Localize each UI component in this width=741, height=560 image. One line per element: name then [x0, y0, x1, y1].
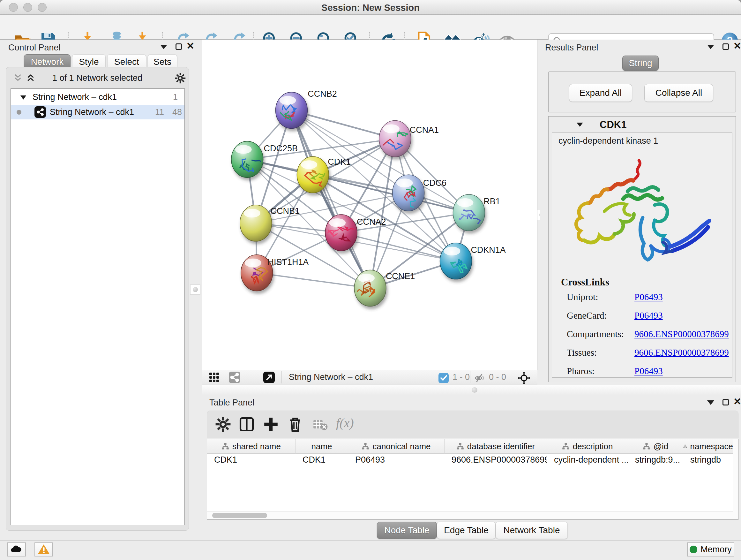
- table-panel-menu-button[interactable]: [707, 400, 714, 406]
- control-panel-close-button[interactable]: ✕: [186, 43, 194, 50]
- network-node-CDKN1A[interactable]: CDKN1A: [440, 243, 506, 279]
- network-row-selected[interactable]: String Network – cdk1 11 48: [11, 105, 185, 119]
- column-type-icon: [361, 442, 369, 450]
- close-icon: ✕: [733, 41, 741, 51]
- table-toolbar: f(x): [207, 411, 738, 438]
- crosslink-link[interactable]: 9606.ENSP00000378699: [634, 348, 729, 358]
- column-header[interactable]: name: [295, 439, 348, 454]
- network-node-CCNA1[interactable]: CCNA1: [374, 121, 439, 157]
- node-label-CCNB2: CCNB2: [308, 89, 337, 99]
- node-label-CDC25B: CDC25B: [264, 144, 298, 153]
- selected-checkbox-icon[interactable]: [439, 373, 449, 383]
- gene-section-header[interactable]: CDK1: [549, 117, 736, 132]
- column-header[interactable]: shared name: [207, 439, 295, 454]
- tab-network-table[interactable]: Network Table: [495, 522, 568, 539]
- network-view-button[interactable]: [228, 371, 241, 384]
- crosslink-link[interactable]: P06493: [634, 292, 663, 302]
- delete-table-icon: [312, 416, 328, 433]
- cloud-status-button[interactable]: [7, 543, 26, 557]
- column-type-icon: [683, 442, 687, 450]
- column-header[interactable]: description: [547, 439, 628, 454]
- crosslink-link[interactable]: 9606.ENSP00000378699: [634, 329, 729, 339]
- network-node-RB1[interactable]: RB1: [453, 194, 500, 231]
- trash-icon: [287, 416, 304, 433]
- left-splitter-handle[interactable]: [190, 285, 200, 295]
- crosslink-link[interactable]: P06493: [634, 310, 663, 321]
- float-window-icon: [723, 399, 729, 406]
- crosslink-link[interactable]: P06493: [634, 366, 663, 376]
- title-bar: Session: New Session: [0, 0, 741, 15]
- network-selection-status: 1 of 1 Network selected: [6, 73, 189, 83]
- column-header[interactable]: database identifier: [445, 439, 547, 454]
- warnings-button[interactable]: [35, 543, 53, 557]
- tab-node-table[interactable]: Node Table: [377, 522, 437, 539]
- table-cell[interactable]: P06493: [348, 455, 445, 469]
- memory-status-dot-icon: [690, 546, 697, 553]
- cloud-icon: [10, 545, 23, 554]
- horizontal-splitter[interactable]: [202, 385, 741, 395]
- table-header-row: shared name name canonical name database…: [207, 439, 733, 454]
- results-panel-float-button[interactable]: [723, 44, 729, 51]
- network-node-CCNB2[interactable]: CCNB2: [276, 89, 337, 129]
- control-panel-float-button[interactable]: [176, 44, 182, 51]
- table-panel-float-button[interactable]: [723, 399, 729, 407]
- collapse-arrow-icon: [576, 122, 584, 127]
- crosslink-row: Compartments: 9606.ENSP00000378699: [567, 329, 726, 345]
- table-horizontal-scrollbar[interactable]: [207, 511, 733, 519]
- node-label-CDC6: CDC6: [423, 178, 447, 188]
- horizontal-splitter-handle[interactable]: [472, 387, 477, 393]
- table-panel-title: Table Panel: [209, 398, 254, 408]
- float-window-icon: [723, 44, 729, 50]
- table-vertical-scrollbar[interactable]: [733, 439, 738, 519]
- column-header[interactable]: canonical name: [348, 439, 445, 454]
- node-table: shared name name canonical name database…: [207, 439, 738, 520]
- results-panel-close-button[interactable]: ✕: [733, 43, 741, 50]
- delete-table-button[interactable]: [311, 415, 329, 433]
- network-node-CDK1[interactable]: CDK1: [297, 157, 351, 193]
- network-canvas[interactable]: CCNB2CCNA1CDC25BCDK1CDC6RB1CCNB1CCNA2CDK…: [202, 40, 537, 370]
- node-label-CCNA2: CCNA2: [357, 217, 386, 227]
- create-column-button[interactable]: [262, 415, 280, 433]
- column-header[interactable]: @id: [628, 439, 683, 454]
- column-type-icon: [643, 442, 650, 450]
- results-panel-menu-button[interactable]: [707, 45, 714, 50]
- show-columns-button[interactable]: [238, 415, 256, 433]
- network-collection-row[interactable]: String Network – cdk1 1: [11, 90, 185, 105]
- memory-button[interactable]: Memory: [687, 543, 734, 557]
- column-header[interactable]: namespace: [683, 439, 733, 454]
- scrollbar-thumb[interactable]: [212, 513, 267, 518]
- pan-mode-button[interactable]: [518, 372, 530, 385]
- float-window-icon: [176, 44, 182, 50]
- table-cell[interactable]: CDK1: [295, 455, 348, 469]
- network-node-HIST1H1A[interactable]: HIST1H1A: [241, 255, 309, 291]
- table-cell[interactable]: stringdb:9...: [628, 455, 683, 469]
- tab-edge-table[interactable]: Edge Table: [437, 522, 495, 539]
- node-label-CDK1: CDK1: [328, 157, 351, 167]
- network-node-CDC6[interactable]: CDC6: [393, 175, 447, 213]
- expand-all-button[interactable]: Expand All: [569, 84, 632, 102]
- function-builder-button[interactable]: f(x): [336, 415, 354, 430]
- table-cell[interactable]: 9606.ENSP00000378699: [445, 455, 547, 469]
- table-panel-close-button[interactable]: ✕: [733, 398, 741, 406]
- delete-column-button[interactable]: [286, 415, 304, 433]
- network-node-CCNE1[interactable]: CCNE1: [354, 270, 415, 307]
- table-cell[interactable]: stringdb: [683, 455, 733, 469]
- tab-string[interactable]: String: [622, 56, 659, 71]
- memory-label: Memory: [700, 545, 732, 554]
- birds-eye-view-button[interactable]: [263, 371, 275, 384]
- crosslink-label: Uniprot:: [567, 292, 598, 302]
- grid-view-button[interactable]: [209, 372, 219, 384]
- crosslink-label: GeneCard:: [567, 310, 607, 320]
- table-cell[interactable]: CDK1: [207, 455, 295, 469]
- current-network-dot-icon: [17, 110, 21, 115]
- hidden-eye-slash-icon: [474, 373, 486, 384]
- crosslink-label: Tissues:: [567, 348, 597, 358]
- table-options-button[interactable]: [214, 415, 232, 433]
- close-icon: ✕: [186, 41, 194, 51]
- collapse-all-button[interactable]: Collapse All: [644, 84, 713, 102]
- network-options-button[interactable]: [175, 72, 186, 85]
- control-panel-menu-button[interactable]: [160, 45, 167, 50]
- table-panel: Table Panel ✕ f(x) shared: [194, 395, 741, 540]
- warning-icon: [38, 544, 50, 555]
- table-cell[interactable]: cyclin-dependent ...: [547, 455, 628, 469]
